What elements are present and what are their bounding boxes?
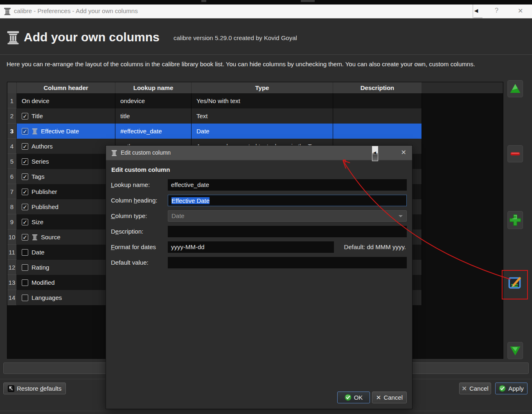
column-visible-checkbox[interactable] — [22, 279, 28, 286]
column-header-heading[interactable]: Column header — [17, 82, 115, 93]
combo-arrow-icon — [399, 215, 403, 217]
column-type-row: Column type: Date — [106, 210, 412, 222]
description-row: Description: — [106, 226, 412, 237]
column-type-label: Column type: — [111, 210, 147, 222]
column-header-cell[interactable]: Rating — [17, 260, 115, 275]
column-header-cell[interactable]: Modified — [17, 275, 115, 290]
filler-cell — [422, 260, 503, 275]
window-titlebar[interactable]: calibre - Preferences - Add your own col… — [0, 4, 532, 18]
description-cell[interactable] — [333, 124, 422, 139]
cancel-label: Cancel — [469, 385, 489, 392]
filler-cell — [422, 154, 503, 169]
dialog-heading: Edit custom column — [111, 166, 170, 173]
column-visible-checkbox[interactable]: ✓ — [22, 173, 28, 180]
type-cell[interactable]: Date — [192, 124, 333, 139]
lookup-name-cell[interactable]: #effective_date — [115, 124, 192, 139]
row-number: 9 — [7, 214, 17, 230]
help-icon[interactable]: ? — [495, 7, 498, 14]
column-visible-checkbox[interactable] — [22, 295, 28, 301]
date-format-row: Format for dates yyyy-MM-dd Default: dd … — [106, 241, 412, 253]
column-header-cell[interactable]: ✓ Publisher — [17, 184, 115, 199]
restore-icon — [8, 385, 14, 392]
move-up-button[interactable] — [507, 80, 523, 97]
selected-text: Effective Date — [171, 197, 210, 204]
close-window-icon[interactable]: ✕ — [518, 7, 523, 15]
apply-button[interactable]: Apply — [495, 382, 527, 394]
type-heading[interactable]: Type — [192, 82, 333, 93]
description-label: Description: — [111, 226, 143, 237]
date-format-input[interactable]: yyyy-MM-dd — [168, 241, 334, 253]
description-cell[interactable] — [333, 108, 422, 124]
apply-label: Apply — [508, 385, 524, 392]
column-header-cell[interactable]: ✓ Source — [17, 230, 115, 245]
move-down-button[interactable] — [507, 342, 523, 359]
column-header-cell[interactable]: Languages — [17, 290, 115, 305]
row-number: 1 — [7, 93, 17, 108]
column-visible-checkbox[interactable]: ✓ — [22, 158, 28, 165]
lookup-name-cell[interactable]: title — [115, 108, 192, 124]
column-visible-checkbox[interactable] — [22, 249, 28, 256]
description-cell[interactable] — [333, 93, 422, 108]
ok-label: OK — [354, 394, 363, 401]
lookup-name-row: Lookup name: effective_date — [106, 179, 412, 191]
column-header-cell[interactable]: ✓ Size — [17, 214, 115, 230]
type-cell[interactable]: Text — [192, 108, 333, 124]
column-visible-checkbox[interactable]: ✓ — [22, 128, 28, 135]
column-visible-checkbox[interactable] — [22, 264, 28, 271]
default-value-input[interactable] — [168, 257, 407, 268]
row-number: 13 — [7, 275, 17, 290]
column-name: Size — [32, 218, 43, 225]
description-heading[interactable]: Description — [333, 82, 422, 93]
dialog-titlebar[interactable]: Edit custom column ◀ ✕ — [106, 146, 412, 160]
dialog-cancel-label: Cancel — [383, 394, 403, 401]
column-header-cell[interactable]: On device — [17, 93, 115, 108]
column-visible-checkbox[interactable]: ✓ — [22, 234, 28, 241]
type-cell[interactable]: Yes/No with text — [192, 93, 333, 108]
column-name: Published — [32, 203, 59, 210]
column-header-cell[interactable]: ✓ Published — [17, 199, 115, 214]
add-column-button[interactable] — [507, 211, 523, 229]
lookup-name-label: Lookup name: — [111, 179, 150, 191]
column-visible-checkbox[interactable]: ✓ — [22, 204, 28, 210]
row-number: 12 — [7, 260, 17, 275]
column-visible-checkbox[interactable]: ✓ — [22, 113, 28, 119]
column-visible-checkbox[interactable]: ✓ — [22, 189, 28, 195]
table-row[interactable]: 3 ✓ Effective Date #effective_date Date — [7, 124, 503, 139]
dialog-ok-button[interactable]: OK — [337, 392, 370, 403]
cancel-button[interactable]: ✕ Cancel — [459, 382, 491, 394]
back-arrow-icon[interactable]: ◀ — [474, 8, 478, 14]
lookup-name-input[interactable]: effective_date — [168, 179, 407, 191]
row-number: 11 — [7, 245, 17, 260]
column-heading-row: Column heading: Effective Date — [106, 195, 412, 206]
column-header-cell[interactable]: Date — [17, 245, 115, 260]
column-visible-checkbox[interactable]: ✓ — [22, 219, 28, 225]
lookup-name-cell[interactable]: ondevice — [115, 93, 192, 108]
table-row[interactable]: 1 On device ondevice Yes/No with text — [7, 93, 503, 108]
restore-defaults-button[interactable]: Restore defaults — [3, 382, 66, 394]
filler-cell — [422, 108, 503, 124]
scroll-back-icon: ◀ — [373, 151, 376, 155]
column-header-cell[interactable]: ✓ Title — [17, 108, 115, 124]
row-number: 8 — [7, 199, 17, 214]
lookup-name-heading[interactable]: Lookup name — [115, 82, 192, 93]
column-name: Tags — [32, 173, 45, 180]
clipped-text-artifact — [301, 0, 315, 2]
remove-column-button[interactable] — [507, 145, 523, 162]
row-number-header — [7, 82, 17, 93]
custom-column-icon — [32, 128, 38, 135]
dialog-title: Edit custom column — [121, 149, 171, 156]
columns-page-icon — [6, 30, 20, 45]
filler-cell — [422, 199, 503, 214]
column-visible-checkbox[interactable]: ✓ — [22, 143, 28, 150]
dialog-cancel-button[interactable]: ✕ Cancel — [372, 392, 407, 403]
column-header-cell[interactable]: ✓ Effective Date — [17, 124, 115, 139]
column-header-cell[interactable]: ✓ Series — [17, 154, 115, 169]
clipped-text-artifact — [201, 0, 206, 2]
column-header-cell[interactable]: ✓ Tags — [17, 169, 115, 184]
description-input[interactable] — [168, 226, 407, 237]
column-heading-input[interactable]: Effective Date — [168, 195, 407, 206]
column-header-cell[interactable]: ✓ Authors — [17, 139, 115, 154]
table-row[interactable]: 2 ✓ Title title Text — [7, 108, 503, 124]
column-heading-label: Column heading: — [111, 195, 157, 206]
dialog-close-icon[interactable]: ✕ — [401, 148, 406, 156]
